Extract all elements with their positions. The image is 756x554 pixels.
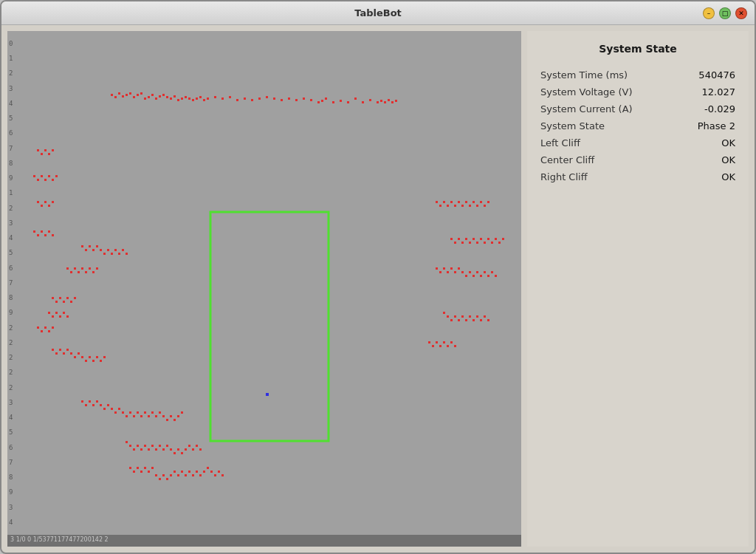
state-value: OK bbox=[677, 151, 737, 168]
state-value: OK bbox=[677, 168, 737, 185]
minimize-button[interactable]: – bbox=[703, 7, 715, 19]
close-button[interactable]: ✕ bbox=[735, 7, 747, 19]
state-value: OK bbox=[677, 134, 737, 151]
content-area: 3 1/0 0 1/53771177477200142 2 System Sta… bbox=[1, 25, 755, 553]
state-row: Left CliffOK bbox=[539, 134, 737, 151]
visualization-canvas bbox=[7, 31, 521, 547]
state-label: Left Cliff bbox=[539, 134, 677, 151]
state-row: System Voltage (V)12.027 bbox=[539, 83, 737, 100]
title-bar: TableBot – □ ✕ bbox=[1, 1, 755, 25]
state-value: -0.029 bbox=[677, 100, 737, 117]
state-label: System State bbox=[539, 117, 677, 134]
state-label: System Time (ms) bbox=[539, 66, 677, 83]
state-label: System Current (A) bbox=[539, 100, 677, 117]
state-table: System Time (ms)540476System Voltage (V)… bbox=[539, 66, 737, 185]
maximize-button[interactable]: □ bbox=[719, 7, 731, 19]
state-row: System Current (A)-0.029 bbox=[539, 100, 737, 117]
state-label: System Voltage (V) bbox=[539, 83, 677, 100]
state-label: Right Cliff bbox=[539, 168, 677, 185]
state-row: System StatePhase 2 bbox=[539, 117, 737, 134]
state-value: 12.027 bbox=[677, 83, 737, 100]
window-title: TableBot bbox=[354, 7, 402, 18]
main-window: TableBot – □ ✕ 3 1/0 0 1/537711774772001… bbox=[0, 0, 756, 554]
status-bar: 3 1/0 0 1/53771177477200142 2 bbox=[7, 535, 521, 547]
state-row: Center CliffOK bbox=[539, 151, 737, 168]
side-panel: System State System Time (ms)540476Syste… bbox=[527, 31, 749, 547]
state-value: 540476 bbox=[677, 66, 737, 83]
visualization-panel: 3 1/0 0 1/53771177477200142 2 bbox=[7, 31, 521, 547]
state-label: Center Cliff bbox=[539, 151, 677, 168]
state-row: Right CliffOK bbox=[539, 168, 737, 185]
state-row: System Time (ms)540476 bbox=[539, 66, 737, 83]
window-controls: – □ ✕ bbox=[703, 7, 747, 19]
state-value: Phase 2 bbox=[677, 117, 737, 134]
system-state-title: System State bbox=[539, 43, 737, 55]
